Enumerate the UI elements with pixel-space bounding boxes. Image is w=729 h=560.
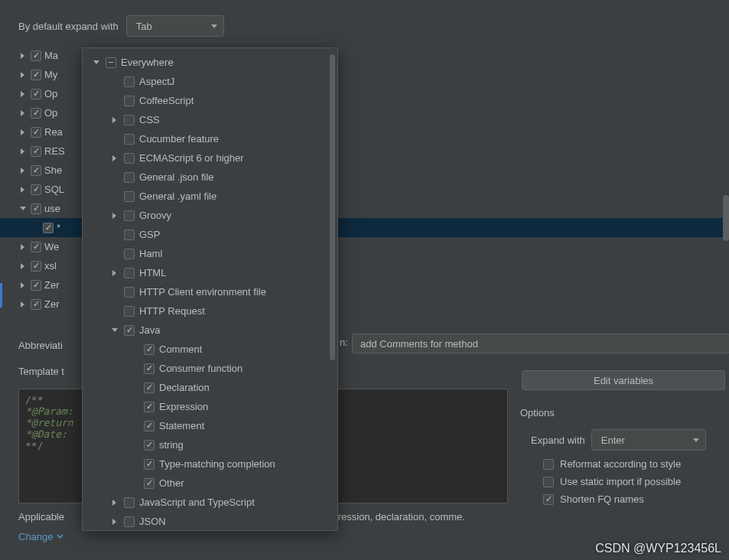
context-row[interactable]: Everywhere <box>89 53 337 72</box>
context-row[interactable]: Comment <box>89 340 337 359</box>
chevron-right-icon[interactable] <box>18 51 28 60</box>
tree-checkbox[interactable] <box>31 242 41 252</box>
context-row[interactable]: CSS <box>89 110 337 129</box>
chevron-right-icon[interactable] <box>110 269 119 278</box>
tree-row[interactable]: use <box>18 199 80 218</box>
context-row[interactable]: HTML <box>89 263 337 282</box>
context-checkbox[interactable] <box>124 249 135 259</box>
tree-row[interactable]: Op <box>18 84 80 103</box>
chevron-right-icon[interactable] <box>18 185 28 194</box>
context-checkbox[interactable] <box>124 516 135 527</box>
chevron-down-icon[interactable] <box>110 326 119 335</box>
context-checkbox[interactable] <box>124 497 135 508</box>
templates-tree[interactable]: MaMyOpOpReaRESSheSQLuse*WexslZerZer <box>18 46 80 314</box>
context-checkbox[interactable] <box>124 210 135 221</box>
chevron-down-icon[interactable] <box>18 204 28 213</box>
tree-checkbox[interactable] <box>31 127 41 138</box>
chevron-right-icon[interactable] <box>18 262 28 271</box>
context-row[interactable]: ECMAScript 6 or higher <box>89 148 337 168</box>
description-input[interactable]: add Comments for method <box>352 334 729 353</box>
tree-row[interactable]: xsl <box>18 256 80 275</box>
chevron-right-icon[interactable] <box>110 116 119 125</box>
chevron-down-icon[interactable] <box>92 58 101 67</box>
chevron-right-icon[interactable] <box>18 281 28 290</box>
chevron-right-icon[interactable] <box>110 517 119 526</box>
context-row[interactable]: string <box>89 435 337 454</box>
context-checkbox[interactable] <box>144 363 155 374</box>
context-checkbox[interactable] <box>124 115 135 125</box>
context-row[interactable]: Statement <box>89 416 337 435</box>
context-checkbox[interactable] <box>124 325 135 336</box>
tree-checkbox[interactable] <box>31 280 41 291</box>
chevron-right-icon[interactable] <box>18 109 28 118</box>
scrollbar-thumb[interactable] <box>723 195 729 241</box>
tree-checkbox[interactable] <box>31 146 41 157</box>
chevron-right-icon[interactable] <box>18 90 28 99</box>
context-checkbox[interactable] <box>144 402 155 412</box>
context-row[interactable]: HTTP Request <box>89 301 337 321</box>
context-checkbox[interactable] <box>124 172 135 183</box>
tree-row[interactable]: SQL <box>18 180 80 199</box>
tree-checkbox[interactable] <box>31 261 41 272</box>
context-checkbox[interactable] <box>144 344 155 355</box>
chevron-right-icon[interactable] <box>18 70 28 80</box>
context-checkbox[interactable] <box>144 478 155 489</box>
context-row[interactable]: GSP <box>89 225 337 244</box>
tree-checkbox[interactable] <box>31 50 41 61</box>
context-checkbox[interactable] <box>124 191 135 202</box>
context-row[interactable]: Consumer function <box>89 359 337 378</box>
tree-row[interactable]: Zer <box>18 275 80 295</box>
chevron-right-icon[interactable] <box>110 154 119 163</box>
tree-row[interactable]: Zer <box>18 295 80 314</box>
context-row[interactable]: Java <box>89 321 337 340</box>
context-checkbox[interactable] <box>124 306 135 317</box>
tristate-checkbox[interactable] <box>106 57 116 68</box>
tree-checkbox[interactable] <box>31 70 41 80</box>
context-type-popup[interactable]: EverywhereAspectJCoffeeScriptCSSCucumber… <box>82 47 338 531</box>
context-checkbox[interactable] <box>124 287 135 298</box>
context-row[interactable]: General .json file <box>89 168 337 187</box>
tree-checkbox[interactable] <box>31 203 41 214</box>
chevron-right-icon[interactable] <box>18 147 28 156</box>
shorten-fq-checkbox[interactable] <box>543 494 554 505</box>
context-checkbox[interactable] <box>124 153 135 164</box>
context-row[interactable]: Cucumber feature <box>89 129 337 148</box>
static-import-checkbox[interactable] <box>543 477 554 487</box>
tree-row[interactable]: My <box>18 65 80 84</box>
context-row[interactable]: Other <box>89 474 337 493</box>
tree-row[interactable]: Op <box>18 103 80 122</box>
tree-checkbox[interactable] <box>31 108 41 119</box>
context-row[interactable]: CoffeeScript <box>89 91 337 110</box>
context-checkbox[interactable] <box>124 268 135 278</box>
reformat-checkbox[interactable] <box>543 459 554 470</box>
context-checkbox[interactable] <box>144 421 155 431</box>
tree-checkbox[interactable] <box>31 89 41 99</box>
context-row[interactable]: Type-matching completion <box>89 454 337 474</box>
context-row[interactable]: JSON <box>89 512 337 530</box>
edit-variables-button[interactable]: Edit variables <box>522 370 725 390</box>
default-expand-combo[interactable]: Tab <box>126 15 224 37</box>
context-checkbox[interactable] <box>124 96 135 106</box>
tree-checkbox[interactable] <box>31 165 41 176</box>
tree-row[interactable]: Ma <box>18 46 80 65</box>
chevron-right-icon[interactable] <box>18 243 28 252</box>
tree-row[interactable]: Rea <box>18 122 80 142</box>
context-checkbox[interactable] <box>144 383 155 393</box>
chevron-right-icon[interactable] <box>18 128 28 137</box>
context-checkbox[interactable] <box>144 440 155 451</box>
tree-row[interactable]: She <box>18 161 80 180</box>
context-checkbox[interactable] <box>144 459 155 470</box>
tree-checkbox[interactable] <box>43 223 54 233</box>
context-row[interactable]: General .yaml file <box>89 187 337 206</box>
context-row[interactable]: AspectJ <box>89 72 337 91</box>
context-row[interactable]: Groovy <box>89 206 337 225</box>
context-checkbox[interactable] <box>124 230 135 240</box>
context-row[interactable]: HTTP Client environment file <box>89 282 337 301</box>
change-link[interactable]: Change <box>18 531 63 542</box>
tree-row[interactable]: RES <box>18 142 80 161</box>
context-row[interactable]: Expression <box>89 397 337 416</box>
scrollbar-thumb[interactable] <box>330 54 335 360</box>
chevron-right-icon[interactable] <box>110 498 119 507</box>
chevron-right-icon[interactable] <box>18 166 28 175</box>
tree-row[interactable]: We <box>18 237 80 256</box>
